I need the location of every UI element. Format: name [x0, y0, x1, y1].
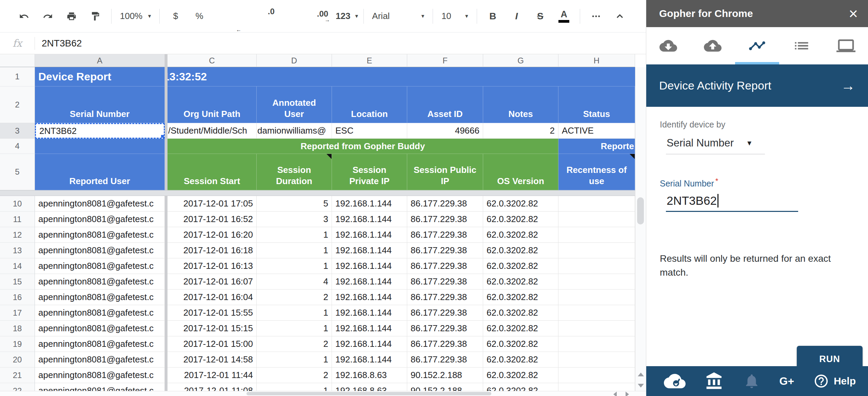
cell-session-start[interactable]: 2017-12-01 15:15 — [167, 321, 257, 336]
strikethrough-button[interactable]: S — [528, 7, 552, 26]
text-color-button[interactable]: A — [552, 7, 576, 26]
cell-session-private-ip[interactable]: 192.168.1.144 — [332, 321, 407, 336]
cell-os-version[interactable]: 62.0.3202.82 — [483, 227, 558, 243]
cell-report-title[interactable]: Device Report — [35, 67, 165, 86]
row-header[interactable]: 20 — [0, 352, 35, 368]
cell-session-duration[interactable]: 1 — [257, 227, 332, 243]
row-header[interactable]: 19 — [0, 336, 35, 352]
cell-session-private-ip[interactable]: 192.168.1.144 — [332, 212, 407, 227]
cell-recentness-of-use[interactable] — [558, 352, 635, 368]
formula-input[interactable]: 2NT3B62 — [42, 38, 82, 49]
cell-os-version[interactable]: 62.0.3202.82 — [483, 212, 558, 227]
row-header[interactable]: 11 — [0, 212, 35, 227]
header-session-public-ip[interactable]: Session Public IP — [407, 154, 483, 190]
cell-session-duration[interactable]: 4 — [257, 274, 332, 290]
cell-session-start[interactable]: 2017-12-01 14:58 — [167, 352, 257, 368]
cell-notes[interactable]: 2 — [483, 123, 558, 139]
notifications-button[interactable] — [743, 373, 760, 390]
cell-reported-user[interactable]: apennington8081@gafetest.c — [35, 258, 165, 274]
cell-reported-user[interactable]: apennington8081@gafetest.c — [35, 227, 165, 243]
more-options-button[interactable] — [584, 7, 608, 26]
cell-os-version[interactable]: 62.0.3202.82 — [483, 243, 558, 258]
scroll-down-icon[interactable] — [638, 384, 644, 388]
column-header-f[interactable]: F — [407, 54, 483, 67]
cell-session-start[interactable]: 2017-12-01 17:05 — [167, 196, 257, 212]
cell-session-duration[interactable]: 1 — [257, 305, 332, 321]
frozen-column-divider[interactable] — [165, 54, 167, 67]
cell-session-duration[interactable]: 2 — [257, 290, 332, 305]
cell-reported-user[interactable]: apennington8081@gafetest.c — [35, 274, 165, 290]
cell-session-duration[interactable]: 1 — [257, 352, 332, 368]
cell-session-duration[interactable]: 1 — [257, 243, 332, 258]
cell-os-version[interactable]: 62.0.3202.82 — [483, 352, 558, 368]
cell-session-public-ip[interactable]: 86.177.229.38 — [407, 243, 483, 258]
cell-session-private-ip[interactable]: 192.168.1.144 — [332, 258, 407, 274]
cell-session-duration[interactable]: 2 — [257, 336, 332, 352]
cell-session-start[interactable]: 2017-12-01 16:52 — [167, 212, 257, 227]
admin-console-button[interactable] — [705, 372, 724, 391]
cell-location[interactable]: ESC — [332, 123, 407, 139]
cell-os-version[interactable]: 62.0.3202.82 — [483, 336, 558, 352]
header-reported-user[interactable]: Reported User — [35, 154, 165, 190]
cell-session-private-ip[interactable]: 192.168.1.144 — [332, 336, 407, 352]
header-os-version[interactable]: OS Version — [483, 154, 558, 190]
cell-session-public-ip[interactable]: 86.177.229.38 — [407, 196, 483, 212]
cell-recentness-of-use[interactable] — [558, 383, 635, 391]
cell-session-public-ip[interactable]: 86.177.229.38 — [407, 274, 483, 290]
cell-recentness-of-use[interactable] — [558, 274, 635, 290]
cell-report-timestamp[interactable]: 13:32:52 — [167, 67, 635, 86]
cell-os-version[interactable]: 62.0.3202.82 — [483, 368, 558, 383]
column-header-d[interactable]: D — [257, 54, 332, 67]
horizontal-scrollbar[interactable] — [0, 391, 646, 396]
row-header-5[interactable]: 5 — [0, 154, 35, 190]
cell-os-version[interactable]: 62.0.3202.82 — [483, 383, 558, 391]
cell-os-version[interactable]: 62.0.3202.82 — [483, 258, 558, 274]
cell-recentness-of-use[interactable] — [558, 321, 635, 336]
row-header[interactable]: 10 — [0, 196, 35, 212]
zoom-select[interactable]: 100% ▾ — [116, 7, 156, 26]
cell-session-start[interactable]: 2017-12-01 16:04 — [167, 290, 257, 305]
cell-session-public-ip[interactable]: 86.177.229.38 — [407, 212, 483, 227]
cell-session-public-ip[interactable]: 86.177.229.38 — [407, 352, 483, 368]
cell-session-duration[interactable]: 1 — [257, 258, 332, 274]
font-select[interactable]: Arial ▾ — [368, 7, 429, 26]
cell-session-private-ip[interactable]: 192.168.1.144 — [332, 290, 407, 305]
cell-reported-user[interactable]: apennington8081@gafetest.c — [35, 383, 165, 391]
row-header[interactable]: 12 — [0, 227, 35, 243]
cell-recentness-of-use[interactable] — [558, 243, 635, 258]
select-all-corner[interactable] — [0, 54, 35, 67]
cell-session-public-ip[interactable]: 90.152.2.188 — [407, 383, 483, 391]
cell-recentness-of-use[interactable] — [558, 305, 635, 321]
frozen-row-divider[interactable] — [0, 190, 635, 196]
cell-session-private-ip[interactable]: 192.168.1.144 — [332, 196, 407, 212]
tab-cloud-upload[interactable] — [691, 27, 735, 64]
row-header[interactable]: 21 — [0, 368, 35, 383]
scroll-up-icon[interactable] — [638, 373, 644, 376]
number-format-button[interactable]: 123 ▾ — [334, 7, 359, 26]
arrow-right-icon[interactable]: → — [841, 79, 855, 93]
row-header[interactable]: 13 — [0, 243, 35, 258]
undo-button[interactable] — [12, 7, 36, 26]
cell-blank-blue[interactable] — [35, 139, 165, 154]
header-location[interactable]: Location — [332, 86, 407, 123]
vertical-scrollbar[interactable] — [635, 67, 646, 391]
cell-recentness-of-use[interactable] — [558, 227, 635, 243]
header-session-start[interactable]: Session Start — [167, 154, 257, 190]
header-asset-id[interactable]: Asset ID — [407, 86, 483, 123]
bold-button[interactable]: B — [481, 7, 505, 26]
cell-recentness-of-use[interactable] — [558, 196, 635, 212]
row-header-2[interactable]: 2 — [0, 86, 35, 123]
header-status[interactable]: Status — [558, 86, 635, 123]
cell-recentness-of-use[interactable] — [558, 212, 635, 227]
cell-session-private-ip[interactable]: 192.168.1.144 — [332, 243, 407, 258]
cell-asset-id[interactable]: 49666 — [407, 123, 483, 139]
cell-session-start[interactable]: 2017-12-01 16:18 — [167, 243, 257, 258]
cell-session-public-ip[interactable]: 90.152.2.188 — [407, 368, 483, 383]
cell-session-public-ip[interactable]: 86.177.229.38 — [407, 258, 483, 274]
increase-decimal-button[interactable]: .00→ — [311, 7, 334, 26]
cell-os-version[interactable]: 62.0.3202.82 — [483, 305, 558, 321]
decrease-decimal-button[interactable]: .0← — [232, 11, 311, 29]
column-header-a[interactable]: A — [35, 54, 165, 67]
header-serial-number[interactable]: Serial Number — [35, 86, 165, 123]
row-header-3[interactable]: 3 — [0, 123, 35, 139]
